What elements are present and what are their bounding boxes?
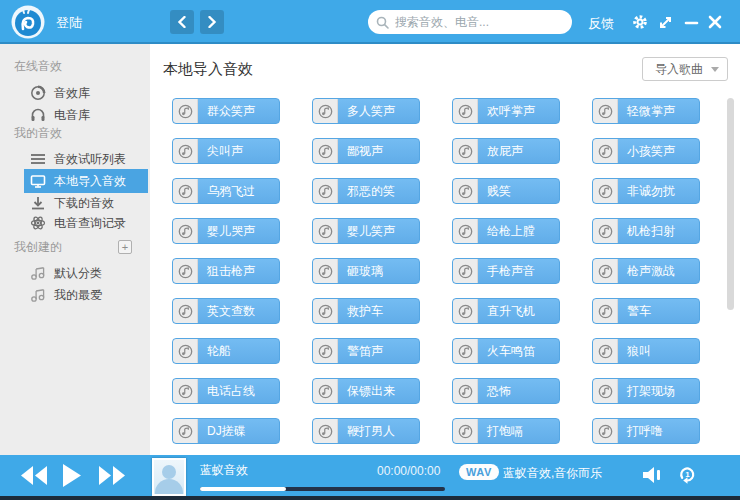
sound-effect-button[interactable]: 救护车 [312, 298, 420, 324]
circled-music-note-icon [318, 304, 333, 319]
sound-effect-button[interactable]: 机枪扫射 [592, 218, 700, 244]
feedback-link[interactable]: 反馈 [588, 15, 614, 33]
back-button[interactable] [170, 10, 194, 34]
sound-effect-button[interactable]: 乌鸦飞过 [172, 178, 280, 204]
circled-music-note-icon [458, 424, 473, 439]
sound-icon-box [593, 99, 618, 123]
circled-music-note-icon [598, 384, 613, 399]
sound-effect-button[interactable]: 火车鸣笛 [452, 338, 560, 364]
sound-effect-button[interactable]: DJ搓碟 [172, 418, 280, 444]
sound-effect-button[interactable]: 群众笑声 [172, 98, 280, 124]
vertical-scrollbar[interactable] [727, 98, 734, 310]
sound-effect-button[interactable]: 给枪上膛 [452, 218, 560, 244]
sound-effect-label: 手枪声音 [487, 263, 535, 280]
svg-text:1: 1 [685, 470, 690, 479]
sidebar-item-local-imported-sounds[interactable]: 本地导入音效 [24, 169, 148, 193]
sidebar-item-default-category[interactable]: 默认分类 [24, 261, 148, 285]
sound-icon-box [173, 99, 198, 123]
app-window: 登陆 反馈 [0, 0, 740, 500]
sound-effect-button[interactable]: 尖叫声 [172, 138, 280, 164]
sidebar-item-sound-library[interactable]: 音效库 [24, 81, 148, 105]
sound-effect-button[interactable]: 狙击枪声 [172, 258, 280, 284]
progress-bar[interactable] [200, 487, 445, 491]
sound-icon-box [453, 339, 478, 363]
format-badge: WAV [459, 464, 499, 480]
sound-effect-button[interactable]: 邪恶的笑 [312, 178, 420, 204]
sound-effect-button[interactable]: 轻微掌声 [592, 98, 700, 124]
sound-effect-button[interactable]: 狼叫 [592, 338, 700, 364]
now-playing-title: 蓝蚁音效 [200, 462, 248, 479]
sound-icon-box [313, 179, 338, 203]
sound-effect-button[interactable]: 打呼噜 [592, 418, 700, 444]
sound-icon-box [593, 419, 618, 443]
next-track-icon[interactable] [98, 466, 126, 485]
sound-effect-label: 尖叫声 [207, 143, 243, 160]
sound-effect-label: 贱笑 [487, 183, 511, 200]
circled-music-note-icon [178, 144, 193, 159]
sound-effect-label: 保镖出来 [347, 383, 395, 400]
loop-icon[interactable]: 1 [678, 465, 697, 484]
sound-effect-button[interactable]: 手枪声音 [452, 258, 560, 284]
sound-effect-button[interactable]: 多人笑声 [312, 98, 420, 124]
search-input[interactable] [395, 15, 555, 29]
sound-effect-label: 狙击枪声 [207, 263, 255, 280]
sound-effect-label: 打呼噜 [627, 423, 663, 440]
minimize-icon[interactable] [684, 15, 700, 31]
sound-effect-button[interactable]: 恐怖 [452, 378, 560, 404]
sidebar-item-my-favorites[interactable]: 我的最爱 [24, 283, 148, 307]
forward-button[interactable] [200, 10, 224, 34]
sound-effect-button[interactable]: 枪声激战 [592, 258, 700, 284]
add-category-button[interactable]: + [118, 240, 132, 254]
sound-effect-button[interactable]: 贱笑 [452, 178, 560, 204]
sound-icon-box [313, 259, 338, 283]
sound-effect-button[interactable]: 打架现场 [592, 378, 700, 404]
sound-icon-box [313, 339, 338, 363]
sidebar-item-audition-list[interactable]: 音效试听列表 [24, 147, 148, 171]
sound-effect-button[interactable]: 婴儿哭声 [172, 218, 280, 244]
sidebar-item-electronic-query-history[interactable]: 电音查询记录 [24, 211, 148, 235]
settings-gear-icon[interactable] [632, 14, 648, 30]
sound-effect-label: 轻微掌声 [627, 103, 675, 120]
sound-icon-box [173, 339, 198, 363]
sound-icon-box [593, 379, 618, 403]
sound-icon-box [173, 259, 198, 283]
circled-music-note-icon [598, 344, 613, 359]
circled-music-note-icon [178, 224, 193, 239]
sound-icon-box [453, 219, 478, 243]
sound-effect-button[interactable]: 鄙视声 [312, 138, 420, 164]
sound-effect-button[interactable]: 砸玻璃 [312, 258, 420, 284]
sound-effect-button[interactable]: 警笛声 [312, 338, 420, 364]
page-title: 本地导入音效 [163, 60, 253, 79]
sound-icon-box [593, 179, 618, 203]
play-icon[interactable] [63, 464, 81, 487]
sound-effect-button[interactable]: 小孩笑声 [592, 138, 700, 164]
sound-effect-button[interactable]: 欢呼掌声 [452, 98, 560, 124]
sound-effect-button[interactable]: 婴儿笑声 [312, 218, 420, 244]
sound-effect-button[interactable]: 放屁声 [452, 138, 560, 164]
circled-music-note-icon [458, 184, 473, 199]
sound-effect-button[interactable]: 非诚勿扰 [592, 178, 700, 204]
sound-effect-button[interactable]: 鞭打男人 [312, 418, 420, 444]
import-songs-button[interactable]: 导入歌曲 [642, 57, 728, 81]
volume-icon[interactable] [643, 466, 663, 484]
circled-music-note-icon [598, 104, 613, 119]
circled-music-note-icon [178, 264, 193, 279]
sound-effect-label: 非诚勿扰 [627, 183, 675, 200]
sound-effect-button[interactable]: 保镖出来 [312, 378, 420, 404]
close-icon[interactable] [707, 14, 723, 30]
previous-track-icon[interactable] [20, 466, 48, 485]
sound-effect-button[interactable]: 电话占线 [172, 378, 280, 404]
sound-effect-button[interactable]: 打饱嗝 [452, 418, 560, 444]
sound-effect-label: 英文查数 [207, 303, 255, 320]
login-link[interactable]: 登陆 [56, 14, 82, 32]
sound-effect-button[interactable]: 警车 [592, 298, 700, 324]
sound-effect-button[interactable]: 英文查数 [172, 298, 280, 324]
sound-icon-box [173, 179, 198, 203]
sound-effect-button[interactable]: 直升飞机 [452, 298, 560, 324]
sound-effect-button[interactable]: 轮船 [172, 338, 280, 364]
circled-music-note-icon [598, 224, 613, 239]
shrink-window-icon[interactable] [658, 14, 674, 30]
sidebar-item-label: 本地导入音效 [54, 173, 126, 190]
search-box[interactable] [368, 10, 572, 34]
slogan-text: 蓝蚁音效,音你而乐 [503, 465, 602, 482]
